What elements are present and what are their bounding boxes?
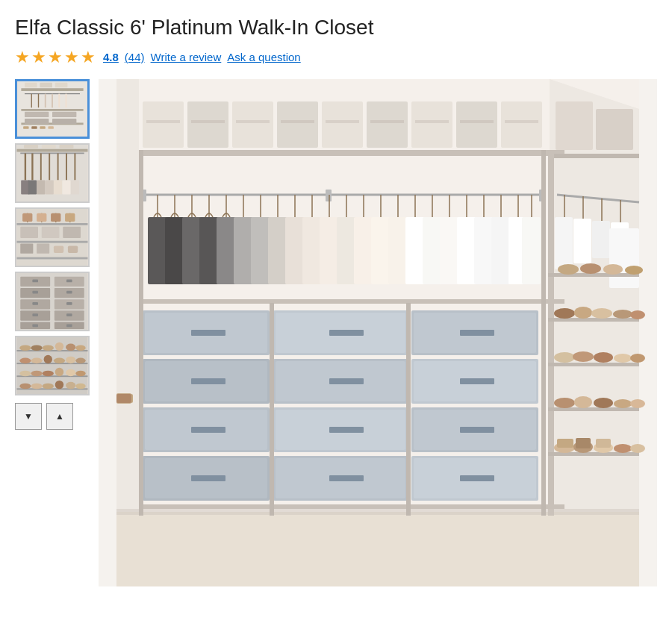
svg-rect-185: [491, 217, 511, 284]
svg-point-93: [19, 357, 31, 363]
main-product-image: [99, 79, 657, 586]
svg-rect-27: [28, 180, 37, 194]
svg-point-88: [31, 345, 43, 351]
svg-rect-21: [48, 126, 53, 129]
svg-rect-117: [550, 154, 639, 158]
svg-point-110: [75, 383, 85, 389]
svg-rect-194: [573, 219, 591, 263]
svg-rect-237: [548, 150, 554, 516]
svg-point-105: [19, 383, 31, 389]
svg-rect-59: [54, 245, 63, 253]
thumbnail-nav-buttons: ▼ ▲: [15, 403, 90, 430]
svg-point-103: [66, 369, 75, 376]
svg-rect-278: [139, 303, 143, 516]
svg-rect-56: [63, 226, 81, 237]
svg-rect-153: [217, 217, 236, 284]
thumbnail-prev-button[interactable]: ▼: [15, 403, 42, 430]
svg-rect-227: [460, 330, 494, 336]
svg-rect-171: [371, 217, 391, 284]
svg-point-246: [625, 266, 643, 275]
svg-rect-215: [329, 330, 364, 336]
svg-rect-169: [354, 217, 373, 284]
svg-rect-115: [116, 79, 139, 512]
svg-rect-15: [25, 119, 49, 124]
svg-rect-41: [60, 145, 74, 148]
svg-rect-181: [457, 217, 476, 284]
svg-rect-167: [337, 217, 356, 284]
svg-point-94: [31, 357, 43, 363]
svg-rect-14: [25, 111, 49, 116]
svg-rect-116: [139, 150, 564, 156]
svg-rect-280: [541, 150, 546, 303]
product-title: Elfa Classic 6' Platinum Walk-In Closet: [15, 15, 657, 40]
svg-point-244: [580, 263, 601, 274]
thumbnail-3[interactable]: [15, 207, 90, 267]
svg-rect-47: [22, 213, 32, 221]
thumbnail-1[interactable]: [15, 79, 90, 139]
svg-rect-39: [24, 145, 38, 148]
svg-point-97: [66, 356, 75, 363]
svg-rect-33: [54, 180, 62, 194]
svg-rect-199: [609, 228, 639, 288]
svg-rect-165: [320, 217, 339, 284]
svg-point-109: [66, 381, 75, 388]
svg-rect-67: [32, 302, 38, 305]
svg-rect-127: [326, 120, 359, 123]
svg-rect-157: [251, 217, 270, 284]
svg-rect-57: [20, 243, 33, 253]
svg-rect-275: [270, 303, 274, 516]
svg-rect-175: [405, 217, 425, 284]
svg-rect-266: [557, 439, 573, 448]
svg-rect-233: [460, 427, 494, 433]
svg-point-259: [574, 396, 592, 408]
ask-question-link[interactable]: Ask a question: [227, 51, 300, 63]
svg-rect-136: [556, 101, 593, 150]
svg-rect-200: [139, 299, 564, 304]
rating-count[interactable]: (44): [125, 51, 145, 63]
svg-point-254: [594, 352, 613, 363]
svg-point-99: [19, 370, 31, 376]
svg-rect-54: [20, 226, 38, 237]
svg-rect-134: [501, 101, 542, 148]
svg-rect-53: [65, 213, 75, 221]
svg-rect-55: [42, 226, 60, 237]
svg-rect-58: [37, 243, 49, 253]
svg-rect-279: [139, 150, 143, 303]
svg-point-95: [44, 354, 52, 363]
svg-rect-44: [17, 240, 88, 243]
svg-rect-240: [548, 363, 639, 366]
thumbnail-5[interactable]: [15, 336, 90, 395]
svg-rect-206: [191, 378, 225, 384]
svg-rect-122: [232, 101, 273, 148]
thumbnail-4[interactable]: [15, 272, 90, 331]
svg-rect-125: [281, 120, 314, 123]
svg-point-248: [574, 307, 592, 319]
svg-rect-11: [25, 82, 37, 87]
svg-rect-120: [187, 101, 228, 148]
product-gallery: ▼ ▲: [15, 79, 657, 586]
svg-rect-65: [32, 290, 38, 293]
svg-point-100: [31, 370, 43, 376]
thumbnail-next-button[interactable]: ▲: [46, 403, 73, 430]
rating-value[interactable]: 4.8: [103, 51, 119, 63]
svg-rect-159: [268, 217, 287, 284]
svg-rect-126: [322, 101, 363, 148]
svg-point-249: [591, 308, 612, 319]
svg-rect-151: [199, 217, 219, 284]
svg-rect-12: [40, 82, 52, 87]
svg-rect-130: [411, 101, 452, 148]
svg-rect-173: [388, 217, 408, 284]
write-review-link[interactable]: Write a review: [151, 51, 222, 63]
svg-rect-37: [71, 180, 79, 194]
svg-rect-75: [66, 302, 72, 305]
svg-rect-77: [66, 313, 72, 316]
thumbnail-2[interactable]: [15, 143, 90, 203]
svg-rect-189: [522, 217, 541, 284]
svg-rect-147: [165, 217, 184, 284]
svg-rect-276: [406, 303, 411, 516]
svg-rect-38: [17, 148, 88, 151]
svg-point-101: [43, 370, 54, 376]
rating-row: ★★★★★ 4.8 (44) Write a review Ask a ques…: [15, 48, 657, 67]
svg-rect-40: [42, 145, 56, 148]
svg-rect-224: [329, 475, 364, 481]
